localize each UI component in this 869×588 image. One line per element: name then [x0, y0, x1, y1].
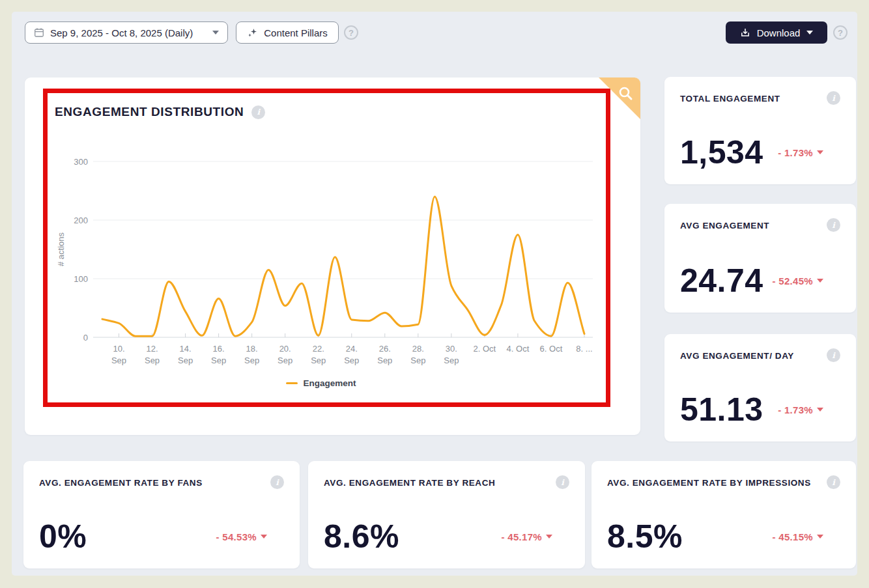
change-value: - 52.45% — [773, 275, 813, 287]
metric-title: AVG. ENGAGEMENT RATE BY IMPRESSIONS — [607, 475, 811, 490]
metric-value: 1,534 — [680, 136, 763, 169]
x-tick-label: 12. — [147, 344, 158, 354]
change-badge: - 1.73% — [778, 147, 823, 158]
x-tick-label: 10. — [113, 344, 124, 354]
info-icon[interactable]: i — [251, 105, 265, 119]
x-tick-label: Sep — [145, 356, 160, 365]
x-tick-label: Sep — [211, 356, 226, 365]
x-tick-label: 22. — [313, 344, 324, 354]
download-button[interactable]: Download — [726, 21, 827, 44]
chart-legend: Engagement — [25, 378, 618, 388]
x-tick-label: 30. — [446, 344, 457, 354]
y-tick-label: 300 — [74, 157, 88, 167]
info-icon[interactable]: i — [827, 91, 840, 105]
metric-value: 0% — [39, 520, 87, 553]
x-tick-label: 28. — [412, 344, 424, 354]
x-tick-label: 26. — [379, 344, 391, 354]
magnifier-icon[interactable] — [617, 85, 634, 102]
metric-card-avg-engagement: AVG ENGAGEMENT i 24.74 - 52.45% — [664, 204, 856, 313]
x-tick-label: 16. — [213, 344, 225, 354]
sparkles-icon — [247, 27, 258, 38]
change-badge: - 45.17% — [502, 531, 552, 542]
trend-down-icon — [817, 408, 823, 412]
metric-card-engagement-rate-impressions: AVG. ENGAGEMENT RATE BY IMPRESSIONS i 8.… — [591, 461, 856, 568]
change-value: - 1.73% — [778, 404, 813, 415]
download-label: Download — [757, 27, 801, 38]
metric-title: AVG. ENGAGEMENT RATE BY REACH — [324, 475, 495, 490]
info-icon[interactable]: i — [827, 348, 840, 362]
legend-swatch — [286, 382, 298, 384]
app-window: Sep 9, 2025 - Oct 8, 2025 (Daily) Conten… — [0, 0, 869, 588]
trend-down-icon — [817, 150, 823, 154]
metric-title: AVG ENGAGEMENT/ DAY — [680, 348, 794, 363]
engagement-line — [102, 197, 584, 336]
info-icon[interactable]: i — [556, 475, 569, 489]
metric-card-engagement-rate-reach: AVG. ENGAGEMENT RATE BY REACH i 8.6% - 4… — [308, 461, 585, 568]
x-tick-label: Sep — [178, 356, 193, 365]
metric-title: AVG ENGAGEMENT — [680, 218, 769, 233]
info-icon[interactable]: i — [827, 475, 840, 489]
chart-title: ENGAGEMENT DISTRIBUTION — [55, 105, 244, 119]
change-value: - 54.53% — [216, 531, 257, 542]
download-icon — [740, 27, 750, 38]
metric-card-engagement-rate-fans: AVG. ENGAGEMENT RATE BY FANS i 0% - 54.5… — [23, 461, 300, 568]
x-tick-label: Sep — [377, 356, 392, 365]
y-tick-label: 0 — [83, 333, 88, 343]
chevron-down-icon — [212, 31, 219, 35]
change-badge: - 1.73% — [778, 404, 823, 415]
content-pillars-button[interactable]: Content Pillars — [236, 21, 339, 44]
y-tick-label: 200 — [74, 216, 88, 225]
metric-title: TOTAL ENGAGEMENT — [680, 91, 780, 106]
change-value: - 45.17% — [502, 531, 542, 542]
x-tick-label: 14. — [180, 344, 192, 354]
x-tick-label: Sep — [410, 356, 425, 365]
metric-value: 8.5% — [607, 520, 683, 553]
info-icon[interactable]: i — [827, 218, 840, 232]
calendar-icon — [34, 27, 44, 38]
y-tick-label: 100 — [74, 274, 88, 284]
legend-label[interactable]: Engagement — [303, 378, 356, 388]
change-value: - 45.15% — [773, 531, 813, 542]
content-pillars-label: Content Pillars — [264, 27, 328, 38]
x-tick-label: 18. — [246, 344, 258, 354]
x-tick-label: Sep — [278, 356, 292, 365]
chevron-down-icon — [806, 31, 813, 35]
x-tick-label: 24. — [346, 344, 358, 354]
date-range-button[interactable]: Sep 9, 2025 - Oct 8, 2025 (Daily) — [25, 21, 228, 44]
y-axis-title: # actions — [56, 232, 66, 266]
help-icon[interactable]: ? — [344, 25, 358, 40]
trend-down-icon — [817, 535, 823, 539]
x-tick-label: Sep — [111, 356, 126, 365]
help-icon[interactable]: ? — [833, 25, 848, 40]
x-tick-label: 8. ... — [576, 344, 592, 354]
x-tick-label: 4. Oct — [507, 344, 530, 354]
metric-card-total-engagement: TOTAL ENGAGEMENT i 1,534 - 1.73% — [664, 77, 856, 184]
change-value: - 1.73% — [778, 147, 813, 158]
metric-value: 24.74 — [680, 264, 763, 297]
x-tick-label: 20. — [279, 344, 291, 354]
x-tick-label: Sep — [344, 356, 359, 365]
metric-value: 51.13 — [680, 393, 763, 426]
trend-down-icon — [261, 535, 267, 539]
trend-down-icon — [546, 535, 552, 539]
engagement-distribution-card: 0100200300# actions10.Sep12.Sep14.Sep16.… — [25, 77, 640, 435]
metric-card-avg-engagement-day: AVG ENGAGEMENT/ DAY i 51.13 - 1.73% — [664, 334, 856, 441]
x-tick-label: Sep — [311, 356, 326, 365]
metric-title: AVG. ENGAGEMENT RATE BY FANS — [39, 475, 203, 490]
dashboard-panel: Sep 9, 2025 - Oct 8, 2025 (Daily) Conten… — [12, 12, 857, 576]
info-icon[interactable]: i — [270, 475, 284, 489]
x-tick-label: Sep — [244, 356, 259, 365]
date-range-label: Sep 9, 2025 - Oct 8, 2025 (Daily) — [50, 27, 193, 38]
change-badge: - 45.15% — [773, 531, 823, 542]
trend-down-icon — [817, 279, 823, 283]
x-tick-label: 6. Oct — [540, 344, 563, 354]
change-badge: - 54.53% — [216, 531, 267, 542]
metric-value: 8.6% — [324, 520, 399, 553]
x-tick-label: 2. Oct — [474, 344, 496, 354]
x-tick-label: Sep — [444, 356, 459, 365]
change-badge: - 52.45% — [773, 275, 823, 287]
